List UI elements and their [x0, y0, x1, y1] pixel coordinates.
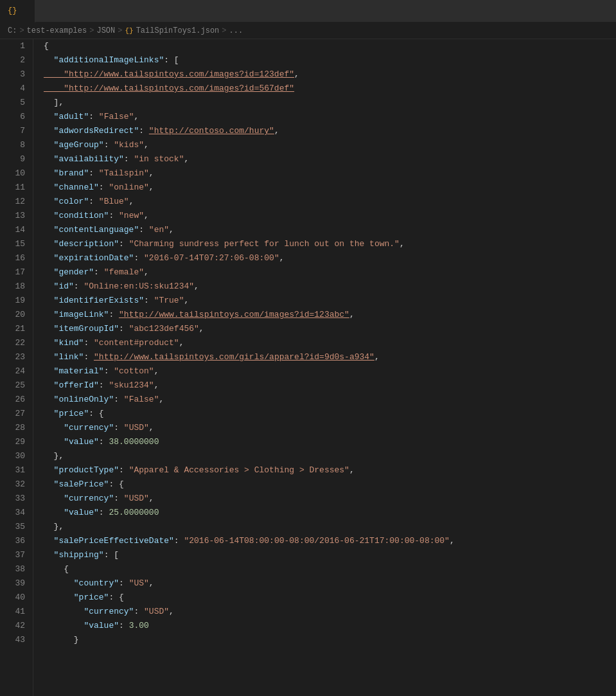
string-token: "Charming sundress perfect for lunch out…: [129, 239, 400, 249]
breadcrumb: C: > test-examples > JSON > {} TailSpinT…: [0, 22, 616, 39]
key-token: "onlineOnly": [44, 395, 114, 404]
key-token: "adult": [44, 112, 89, 121]
punct-token: {: [44, 564, 69, 574]
line-number: 8: [10, 138, 25, 152]
code-line: "description": "Charming sundress perfec…: [44, 237, 616, 251]
punct-token: :: [139, 126, 149, 136]
line-number: 15: [10, 237, 25, 251]
string-token: "sku1234": [109, 380, 154, 390]
code-line: "value": 25.0000000: [44, 506, 616, 520]
punct-token: ,: [129, 197, 134, 206]
line-number: 4: [10, 82, 25, 96]
code-line: "http://www.tailspintoys.com/images?id=1…: [44, 67, 616, 82]
line-number: 37: [10, 548, 25, 562]
code-line: "availability": "in stock",: [44, 152, 616, 166]
key-token: "brand": [44, 168, 89, 178]
string-token: "content#product": [94, 338, 179, 348]
string-token: "Online:en:US:sku1234": [84, 281, 194, 291]
line-number: 21: [10, 322, 25, 336]
active-tab[interactable]: {}: [0, 0, 35, 22]
line-number: 34: [10, 506, 25, 520]
code-line: "currency": "USD",: [44, 421, 616, 435]
line-number: 7: [10, 124, 25, 138]
punct-token: ,: [349, 465, 355, 475]
line-number: 3: [10, 67, 25, 82]
string-token: "kids": [114, 140, 144, 150]
punct-token: :: [124, 154, 134, 164]
code-line: "expirationDate": "2016-07-14T07:27:06-0…: [44, 251, 616, 265]
string-token: "True": [154, 296, 184, 305]
code-line: "id": "Online:en:US:sku1234",: [44, 280, 616, 294]
code-area[interactable]: { "additionalImageLinks": [ "http://www.…: [33, 39, 616, 696]
punct-token: :: [119, 324, 129, 334]
key-token: "expirationDate": [44, 253, 134, 263]
line-number: 18: [10, 280, 25, 294]
punct-token: :: [119, 578, 129, 588]
url-token: "http://contoso.com/hury": [149, 126, 274, 136]
punct-token: :: [134, 607, 144, 616]
line-number: 11: [10, 181, 25, 195]
punct-token: : [: [164, 55, 179, 65]
string-token: "False": [124, 395, 159, 404]
key-token: "itemGroupId": [44, 324, 119, 334]
code-line: "gender": "female",: [44, 265, 616, 280]
punct-token: }: [44, 635, 79, 645]
punct-token: :: [109, 310, 119, 319]
punct-token: : {: [89, 409, 103, 418]
line-number: 2: [10, 53, 25, 67]
punct-token: ,: [274, 126, 279, 136]
breadcrumb-ellipsis: ...: [229, 26, 243, 35]
code-line: "price": {: [44, 407, 616, 421]
string-token: "cotton": [114, 366, 154, 376]
punct-token: ,: [199, 324, 204, 334]
line-number: 6: [10, 110, 25, 124]
string-token: "USD": [144, 607, 169, 616]
punct-token: ,: [184, 296, 189, 305]
punct-token: :: [99, 508, 109, 517]
punct-token: :: [114, 395, 124, 404]
punct-token: ,: [154, 380, 159, 390]
code-line: "identifierExists": "True",: [44, 294, 616, 308]
line-number: 27: [10, 407, 25, 421]
line-number: 12: [10, 195, 25, 209]
code-line: "ageGroup": "kids",: [44, 138, 616, 152]
punct-token: ,: [450, 536, 455, 546]
code-line: "value": 3.00: [44, 619, 616, 633]
punct-token: :: [119, 621, 129, 630]
code-line: "adult": "False",: [44, 110, 616, 124]
key-token: "condition": [44, 211, 109, 220]
line-number: 5: [10, 96, 25, 110]
punct-token: : {: [109, 479, 123, 489]
key-token: "identifierExists": [44, 296, 144, 305]
punct-token: :: [94, 267, 104, 277]
key-token: "value": [44, 508, 99, 517]
punct-token: ,: [144, 211, 149, 220]
code-line: "shipping": [: [44, 548, 616, 562]
punct-token: ,: [194, 281, 199, 291]
punct-token: {: [44, 41, 49, 51]
line-number: 9: [10, 152, 25, 166]
string-token: "en": [149, 225, 169, 235]
key-token: "imageLink": [44, 310, 109, 319]
punct-token: ,: [134, 112, 139, 121]
punct-token: :: [174, 536, 184, 546]
punct-token: :: [89, 197, 99, 206]
punct-token: ,: [159, 395, 164, 404]
punct-token: ,: [374, 352, 380, 362]
string-token: "female": [104, 267, 144, 277]
code-line: "country": "US",: [44, 576, 616, 591]
punct-token: ,: [279, 253, 285, 263]
punct-token: :: [89, 112, 99, 121]
punct-token: ,: [144, 267, 149, 277]
json-file-icon: {}: [8, 6, 17, 15]
string-token: "abc123def456": [129, 324, 199, 334]
line-number: 16: [10, 251, 25, 265]
string-token: "in stock": [134, 154, 184, 164]
string-token: "new": [119, 211, 144, 220]
code-line: "salePriceEffectiveDate": "2016-06-14T08…: [44, 534, 616, 548]
punct-token: },: [44, 522, 64, 531]
line-number: 20: [10, 308, 25, 322]
key-token: "link": [44, 352, 84, 362]
string-token: "Blue": [99, 197, 129, 206]
punct-token: :: [74, 281, 84, 291]
